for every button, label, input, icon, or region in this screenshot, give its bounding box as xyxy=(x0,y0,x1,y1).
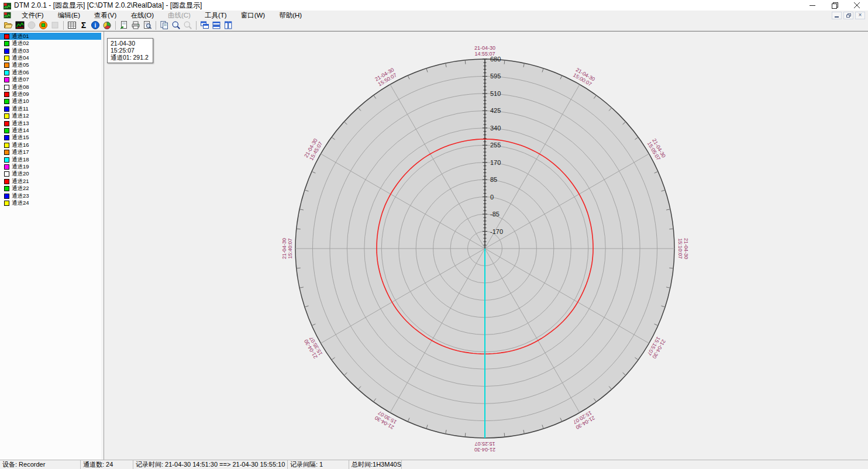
channel-color-swatch xyxy=(4,70,9,75)
menubar: 文件(F)编辑(E)查看(V)在线(O)曲线(C)工具(T)窗口(W)帮助(H)… xyxy=(0,11,868,20)
titlebar[interactable]: DTM 2.0.1 - [圆盘显示] [C:\DTM 2.0.2\RealDat… xyxy=(0,0,868,11)
channel-list-item-15[interactable]: 通道15 xyxy=(0,135,101,142)
channel-list-item-9[interactable]: 通道09 xyxy=(0,91,101,98)
time-label: 21-04-3015:25:07 xyxy=(474,441,495,453)
main-area: 通道01通道02通道03通道04通道05通道06通道07通道08通道09通道10… xyxy=(0,31,868,460)
svg-text:21-04-3015:25:07: 21-04-3015:25:07 xyxy=(474,441,495,453)
channel-list-item-17[interactable]: 通道17 xyxy=(0,149,101,156)
channel-list-item-21[interactable]: 通道21 xyxy=(0,178,101,185)
channel-list-item-24[interactable]: 通道24 xyxy=(0,199,101,206)
data-tooltip: 21-04-3015:25:07通道01: 291.2 xyxy=(107,38,153,63)
chart-area: 21-04-3015:25:07通道01: 291.2 680595510425… xyxy=(104,32,868,460)
channel-list-item-23[interactable]: 通道23 xyxy=(0,192,101,199)
menu-item-1[interactable]: 编辑(E) xyxy=(51,11,87,20)
channel-label: 通道07 xyxy=(12,76,29,84)
channel-color-swatch xyxy=(4,99,9,104)
channel-list-item-12[interactable]: 通道12 xyxy=(0,112,101,119)
channel-list-item-6[interactable]: 通道06 xyxy=(0,69,101,76)
channel-list-item-2[interactable]: 通道02 xyxy=(0,40,101,47)
channel-label: 通道05 xyxy=(12,61,29,69)
svg-text:21-04-3015:10:07: 21-04-3015:10:07 xyxy=(677,238,689,259)
radial-axis-label: 255 xyxy=(490,142,501,149)
channel-list-item-11[interactable]: 通道11 xyxy=(0,105,101,112)
radial-axis-label: -170 xyxy=(490,228,503,235)
polar-chart[interactable]: 680595510425340255170850-85-17021-04-301… xyxy=(104,32,868,460)
toolbar-open-file-button[interactable] xyxy=(2,20,14,30)
channel-list-item-5[interactable]: 通道05 xyxy=(0,62,101,69)
channel-list-item-8[interactable]: 通道08 xyxy=(0,84,101,91)
toolbar-pie-report-button[interactable] xyxy=(101,20,113,30)
menu-item-7[interactable]: 帮助(H) xyxy=(272,11,309,20)
toolbar-trend-view-button[interactable] xyxy=(14,20,26,30)
child-close-button[interactable]: × xyxy=(855,12,865,19)
channel-list-item-4[interactable]: 通道04 xyxy=(0,54,101,61)
child-window-icon[interactable] xyxy=(4,12,11,19)
tooltip-line-1: 15:25:07 xyxy=(111,47,149,54)
channel-list: 通道01通道02通道03通道04通道05通道06通道07通道08通道09通道10… xyxy=(0,32,101,460)
channel-list-item-16[interactable]: 通道16 xyxy=(0,142,101,149)
channel-color-swatch xyxy=(4,135,9,140)
minimize-button[interactable] xyxy=(801,0,824,11)
toolbar-data-table-button[interactable] xyxy=(66,20,78,30)
toolbar-online-record-button[interactable] xyxy=(37,20,49,30)
channel-label: 通道06 xyxy=(12,69,29,77)
window-controls xyxy=(801,0,868,11)
status-section-2: 记录时间: 21-04-30 14:51:30 ==> 21-04-30 15:… xyxy=(133,460,288,469)
menu-item-5[interactable]: 工具(T) xyxy=(198,11,234,20)
channel-color-swatch xyxy=(4,34,9,39)
channel-label: 通道21 xyxy=(12,178,29,185)
toolbar-zoom-in-button[interactable] xyxy=(170,20,182,30)
menu-items: 文件(F)编辑(E)查看(V)在线(O)曲线(C)工具(T)窗口(W)帮助(H) xyxy=(15,11,309,20)
toolbar-info-button[interactable]: i xyxy=(89,20,101,30)
channel-list-item-10[interactable]: 通道10 xyxy=(0,98,101,105)
svg-text:Σ: Σ xyxy=(81,20,86,30)
channel-color-swatch xyxy=(4,63,9,68)
toolbar-print-preview-button[interactable] xyxy=(142,20,153,30)
radial-axis-label: -85 xyxy=(490,211,500,218)
menu-item-4: 曲线(C) xyxy=(161,11,198,20)
channel-label: 通道20 xyxy=(12,170,29,178)
toolbar-copy-button[interactable] xyxy=(159,20,170,30)
channel-color-swatch xyxy=(4,128,9,133)
toolbar-tile-horizontal-button[interactable] xyxy=(211,20,222,30)
menu-item-6[interactable]: 窗口(W) xyxy=(234,11,273,20)
channel-list-item-13[interactable]: 通道13 xyxy=(0,120,101,127)
toolbar-zoom-out-button xyxy=(182,20,194,30)
child-window-controls: × xyxy=(832,12,868,19)
channel-label: 通道23 xyxy=(12,192,29,200)
channel-list-item-18[interactable]: 通道18 xyxy=(0,156,101,163)
toolbar-separator xyxy=(63,21,64,30)
restore-button[interactable] xyxy=(824,0,846,11)
toolbar-tile-vertical-button[interactable] xyxy=(222,20,234,30)
toolbar-cascade-windows-button[interactable] xyxy=(199,20,211,30)
channel-label: 通道10 xyxy=(12,98,29,105)
tooltip-line-0: 21-04-30 xyxy=(111,40,149,47)
radial-axis-label: 340 xyxy=(490,125,501,132)
toolbar-statistics-sigma-button[interactable]: Σ xyxy=(78,20,89,30)
status-section-0: 设备: Recorder xyxy=(0,460,81,469)
toolbar: Σi xyxy=(0,20,868,31)
menu-item-2[interactable]: 查看(V) xyxy=(87,11,123,20)
channel-label: 通道24 xyxy=(12,199,29,207)
radial-axis-label: 595 xyxy=(490,73,501,80)
child-restore-button[interactable] xyxy=(843,12,853,19)
menu-item-0[interactable]: 文件(F) xyxy=(15,11,51,20)
toolbar-record-stop-button xyxy=(49,20,61,30)
channel-list-item-19[interactable]: 通道19 xyxy=(0,163,101,170)
app-window: DTM 2.0.1 - [圆盘显示] [C:\DTM 2.0.2\RealDat… xyxy=(0,0,868,469)
channel-color-swatch xyxy=(4,157,9,163)
child-minimize-button[interactable] xyxy=(832,12,842,19)
toolbar-separator xyxy=(196,21,197,30)
toolbar-export-button[interactable] xyxy=(118,20,130,30)
channel-list-item-22[interactable]: 通道22 xyxy=(0,185,101,192)
channel-list-item-7[interactable]: 通道07 xyxy=(0,76,101,83)
channel-list-item-1[interactable]: 通道01 xyxy=(0,33,101,40)
status-section-5 xyxy=(402,460,868,469)
channel-list-item-3[interactable]: 通道03 xyxy=(0,47,101,54)
close-button[interactable] xyxy=(846,0,868,11)
toolbar-print-button[interactable] xyxy=(130,20,142,30)
channel-list-item-20[interactable]: 通道20 xyxy=(0,171,101,178)
channel-list-item-14[interactable]: 通道14 xyxy=(0,127,101,134)
menu-item-3[interactable]: 在线(O) xyxy=(123,11,161,20)
channel-label: 通道19 xyxy=(12,163,29,171)
